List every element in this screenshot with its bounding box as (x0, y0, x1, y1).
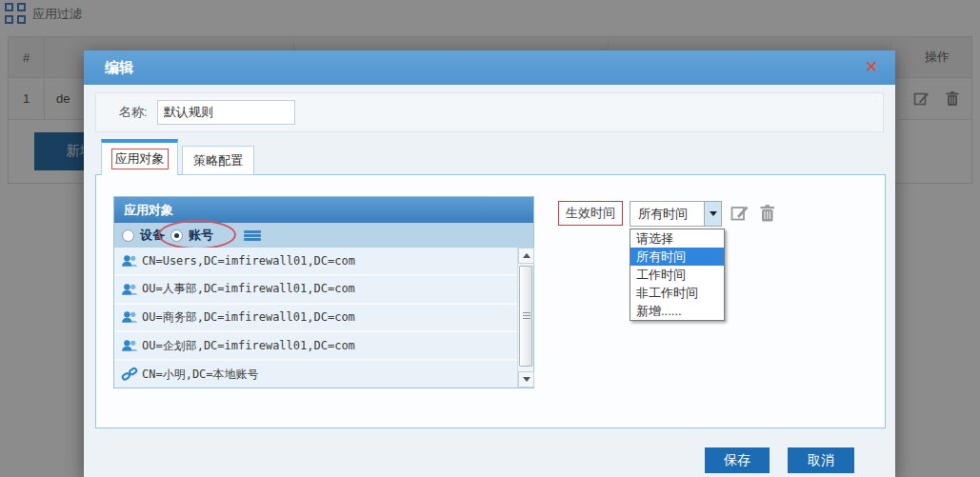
tab-apply-object[interactable]: 应用对象 (101, 139, 178, 175)
effective-time-label: 生效时间 (558, 201, 623, 226)
cancel-button[interactable]: 取消 (788, 447, 854, 473)
scroll-up-icon[interactable] (518, 248, 534, 264)
apply-object-panel: 应用对象 设备 账号 CN=Users,DC=imfirewall01,DC=c… (113, 196, 534, 388)
select-dropdown-button[interactable] (704, 202, 721, 226)
link-icon (121, 366, 138, 383)
group-icon (121, 337, 138, 354)
name-row: 名称: (95, 92, 884, 132)
dropdown-option[interactable]: 请选择 (630, 229, 724, 248)
list-item[interactable]: OU=人事部,DC=imfirewall01,DC=com (114, 276, 517, 305)
dropdown-option[interactable]: 新增...... (630, 302, 724, 320)
tab-policy-config-label: 策略配置 (193, 152, 243, 169)
dropdown-option[interactable]: 工作时间 (630, 266, 724, 284)
effective-time-select[interactable]: 所有时间 (630, 201, 722, 227)
tab-policy-config[interactable]: 策略配置 (182, 146, 254, 175)
name-label: 名称: (119, 104, 148, 121)
edit-time-icon[interactable] (730, 204, 750, 223)
save-button[interactable]: 保存 (705, 447, 770, 473)
object-list: CN=Users,DC=imfirewall01,DC=com OU=人事部,D… (114, 248, 533, 388)
tab-content: 应用对象 设备 账号 CN=Users,DC=imfirewall01,DC=c… (95, 174, 886, 428)
group-icon (121, 281, 138, 298)
radio-account-label: 账号 (189, 227, 213, 244)
scrollbar-thumb[interactable] (519, 266, 532, 367)
dialog-header: 编辑 ✕ (84, 50, 895, 85)
scroll-down-icon[interactable] (518, 371, 534, 388)
close-icon[interactable]: ✕ (861, 57, 882, 78)
list-item[interactable]: OU=企划部,DC=imfirewall01,DC=com (114, 332, 517, 361)
list-item[interactable]: OU=商务部,DC=imfirewall01,DC=com (114, 305, 517, 333)
device-list-icon[interactable] (244, 230, 261, 241)
radio-device-label: 设备 (140, 227, 165, 244)
dropdown-option[interactable]: 非工作时间 (630, 284, 724, 302)
group-icon (121, 252, 138, 269)
tab-apply-object-label: 应用对象 (111, 149, 169, 169)
group-icon (121, 308, 138, 326)
dialog-title: 编辑 (105, 59, 133, 77)
apply-object-panel-title: 应用对象 (114, 197, 533, 223)
effective-time-dropdown: 请选择 所有时间 工作时间 非工作时间 新增...... (630, 229, 725, 321)
effective-time-value: 所有时间 (630, 206, 704, 223)
list-item[interactable]: CN=小明,DC=本地账号 (114, 361, 517, 388)
object-type-radio-row: 设备 账号 (114, 223, 533, 248)
delete-time-icon[interactable] (758, 204, 777, 223)
dropdown-option-selected[interactable]: 所有时间 (630, 248, 724, 266)
edit-dialog: 编辑 ✕ 名称: 应用对象 策略配置 应用对象 设备 账号 (84, 50, 895, 477)
radio-device[interactable] (122, 229, 134, 242)
name-input[interactable] (157, 100, 295, 125)
list-scrollbar[interactable] (517, 248, 533, 388)
list-item[interactable]: CN=Users,DC=imfirewall01,DC=com (114, 248, 517, 276)
radio-account[interactable] (170, 229, 183, 242)
